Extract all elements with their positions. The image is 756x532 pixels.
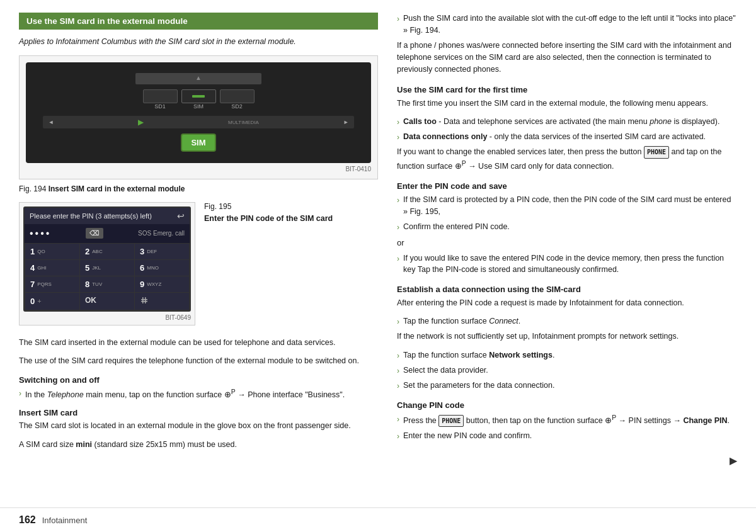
chevron-icon: › (19, 388, 21, 401)
key-hash[interactable] (135, 293, 189, 310)
keypad: 1QO 2ABC 3DEF 4GHI (25, 243, 190, 310)
fig195-caption-block: Fig. 195 Enter the PIN code of the SIM c… (204, 202, 333, 331)
switching-heading: Switching on and off (19, 375, 378, 385)
chevron-icon-r12: › (397, 431, 399, 442)
tap-connect-text: Tap the function surface Connect. (403, 315, 737, 327)
establish-text: After entering the PIN code a request is… (397, 297, 737, 309)
fig195-row: Please enter the PIN (3 attempts(s) left… (19, 202, 378, 331)
network-settings-text: Tap the function surface Network setting… (403, 349, 737, 361)
chevron-icon-r7: › (397, 316, 399, 327)
sim-label: SIM (181, 103, 216, 110)
key-6[interactable]: 6MNO (135, 260, 189, 276)
fig195-num: Fig. 195 (204, 202, 333, 211)
key-8[interactable]: 8TUV (80, 276, 134, 292)
key-2[interactable]: 2ABC (80, 244, 134, 259)
chevron-icon-r11: › (397, 414, 399, 427)
bit-label-194: BIT-0410 (26, 166, 371, 173)
pin-screen: Please enter the PIN (3 attempts(s) left… (23, 207, 191, 312)
calls-too-text: Calls too - Data and telephone services … (403, 116, 737, 128)
device-top-slot (135, 73, 261, 84)
device-image: SD1 SIM SD2 (26, 62, 371, 163)
switching-text: In the Telephone main menu, tap on the f… (25, 387, 378, 401)
section-header: Use the SIM card in the external module (19, 13, 378, 30)
key-zero[interactable]: 0 + (25, 293, 79, 310)
establish-heading: Establish a data connection using the SI… (397, 285, 737, 294)
arrow-indicator: ▶ (138, 118, 144, 127)
first-time-heading: Use the SIM card for the first time (397, 85, 737, 94)
chevron-icon-r1: › (397, 13, 399, 37)
intro-text: Applies to Infotainment Columbus with th… (19, 36, 378, 48)
sim-slot (181, 89, 216, 103)
fig195-title: Enter the PIN code of the SIM card (204, 213, 333, 225)
sim-badge: SIM (181, 133, 215, 152)
device-bottom-bar: ◄ ▶ MULTIMEDIA ► (43, 116, 353, 128)
sim-para1: The SIM card inserted in the external mo… (19, 337, 378, 349)
first-time-text: The first time you insert the SIM card i… (397, 98, 737, 110)
right-column: › Push the SIM card into the available s… (397, 13, 737, 495)
page-subject: Infotainment (42, 516, 88, 525)
sim-indicator (192, 95, 205, 98)
fig194-title: Insert SIM card in the external module (49, 184, 185, 193)
network-text: If the network is not sufficiently set u… (397, 331, 737, 342)
pin-screen-header: Please enter the PIN (3 attempts(s) left… (25, 208, 190, 224)
sd2-label: SD2 (220, 103, 255, 110)
tap-connect-bullet: › Tap the function surface Connect. (397, 315, 737, 327)
phone-badge-1: PHONE (644, 146, 669, 159)
data-only-bullet: › Data connections only - only the data … (397, 131, 737, 143)
new-pin-bullet: › Enter the new PIN code and confirm. (397, 430, 737, 442)
page-number: 162 (19, 514, 36, 526)
chevron-icon-r8: › (397, 350, 399, 361)
chevron-icon-r2: › (397, 116, 399, 128)
set-params-bullet: › Set the parameters for the data connec… (397, 380, 737, 392)
save-pin-bullet: › If you would like to save the entered … (397, 252, 737, 276)
key-1[interactable]: 1QO (25, 244, 79, 259)
chevron-icon-r5: › (397, 222, 399, 233)
calls-too-bullet: › Calls too - Data and telephone service… (397, 116, 737, 128)
pin-dots: •••• (30, 228, 51, 239)
sd1-slot (143, 89, 178, 103)
sos-label: SOS Emerg. call (138, 230, 185, 237)
or-text: or (397, 238, 737, 247)
insert-heading: Insert SIM card (19, 408, 378, 417)
pin-bullet1: › If the SIM card is protected by a PIN … (397, 194, 737, 218)
chevron-icon-r3: › (397, 132, 399, 143)
svg-rect-2 (142, 297, 144, 303)
key-9[interactable]: 9WXYZ (135, 276, 189, 292)
content-area: Use the SIM card in the external module … (0, 0, 756, 507)
chevron-icon-r9: › (397, 365, 399, 376)
size-text: A SIM card size mini (standard size 25x1… (19, 439, 378, 451)
back-arrow-icon: ↩ (177, 211, 185, 221)
key-4[interactable]: 4GHI (25, 260, 79, 276)
key-7[interactable]: 7PQRS (25, 276, 79, 292)
pin-text2: Confirm the entered PIN code. (403, 221, 737, 233)
change-pin-text1: Press the PHONE button, then tap on the … (403, 413, 737, 427)
push-sim-text: Push the SIM card into the available slo… (403, 13, 737, 37)
left-column: Use the SIM card in the external module … (19, 13, 378, 495)
data-only-text: Data connections only - only the data se… (403, 131, 737, 143)
pin-bullet2: › Confirm the entered PIN code. (397, 221, 737, 233)
push-sim-bullet: › Push the SIM card into the available s… (397, 13, 737, 37)
key-3[interactable]: 3DEF (135, 244, 189, 259)
switching-bullet: › In the Telephone main menu, tap on the… (19, 387, 378, 401)
select-provider-bullet: › Select the data provider. (397, 365, 737, 376)
sim-para2: The use of the SIM card requires the tel… (19, 355, 378, 367)
fig194-container: SD1 SIM SD2 (19, 55, 378, 179)
select-provider-text: Select the data provider. (403, 365, 737, 376)
insert-text: The SIM card slot is located in an exter… (19, 420, 378, 432)
network-settings-bullet: › Tap the function surface Network setti… (397, 349, 737, 361)
svg-rect-1 (141, 301, 147, 302)
new-pin-text: Enter the new PIN code and confirm. (403, 430, 737, 442)
pin-text1: If the SIM card is protected by a PIN co… (403, 194, 737, 218)
next-page-icon: ▶ (730, 455, 737, 467)
chevron-icon-r6: › (397, 253, 399, 276)
next-page-area: ▶ (397, 455, 737, 467)
services-text: If you want to change the enabled servic… (397, 146, 737, 173)
key-5[interactable]: 5JKL (80, 260, 134, 276)
page-footer: 162 Infotainment (0, 507, 756, 532)
pin-delete-icon[interactable]: ⌫ (86, 228, 103, 239)
change-pin-bullet1: › Press the PHONE button, then tap on th… (397, 413, 737, 427)
svg-rect-3 (145, 297, 146, 303)
set-params-text: Set the parameters for the data connecti… (403, 380, 737, 392)
fig194-num: Fig. 194 (19, 184, 46, 193)
key-ok[interactable]: OK (80, 293, 134, 310)
